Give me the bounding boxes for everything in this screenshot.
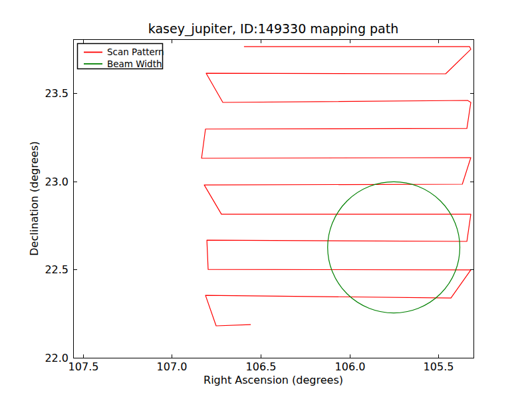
y-tick-label: 23.0 — [45, 176, 68, 188]
y-tick-label: 22.5 — [45, 263, 68, 276]
x-tick-label: 107.0 — [157, 360, 188, 373]
plot-area: 107.5107.0106.5106.0105.522.022.523.023.… — [45, 40, 473, 374]
y-axis-label: Declination (degrees) — [28, 141, 41, 255]
legend: Scan PatternBeam Width — [78, 44, 164, 69]
beam-width-circle — [328, 182, 460, 313]
scan-pattern-path — [201, 47, 471, 326]
x-tick-label: 106.5 — [246, 360, 277, 373]
y-tick-label: 23.5 — [45, 87, 68, 100]
figure: 107.5107.0106.5106.0105.522.022.523.023.… — [0, 0, 532, 399]
y-tick-label: 22.0 — [45, 352, 68, 364]
x-tick-label: 105.5 — [424, 360, 454, 373]
legend-label-beam-width: Beam Width — [107, 59, 162, 69]
legend-label-scan-pattern: Scan Pattern — [107, 47, 164, 57]
mapping-path-chart: 107.5107.0106.5106.0105.522.022.523.023.… — [0, 0, 532, 399]
x-tick-label: 106.0 — [335, 360, 366, 373]
chart-title: kasey_jupiter, ID:149330 mapping path — [148, 21, 398, 37]
x-axis-label: Right Ascension (degrees) — [203, 374, 343, 386]
x-tick-label: 107.5 — [68, 360, 99, 373]
